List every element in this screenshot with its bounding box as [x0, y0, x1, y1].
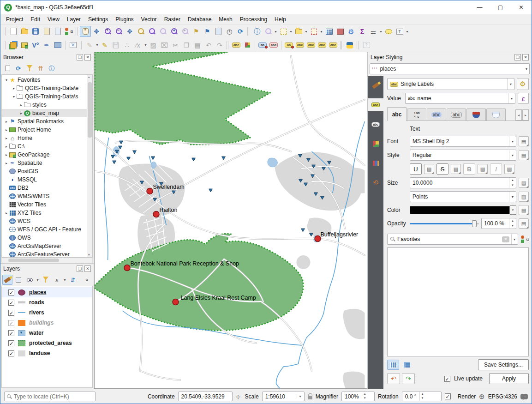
add-record-button[interactable]: ∴ [121, 40, 132, 51]
manage-map-themes-button[interactable] [24, 275, 35, 285]
style-override-button[interactable]: ▤ [519, 150, 529, 160]
live-update-checkbox[interactable] [444, 376, 450, 382]
new-temporary-layer-button[interactable] [52, 40, 63, 51]
menu-view[interactable]: View [44, 15, 63, 24]
collapse-all-button[interactable]: ⇈ [36, 63, 46, 73]
font-color-swatch[interactable] [410, 206, 510, 214]
browser-item-arcgis-map-server[interactable]: ArcGisMapServer [2, 242, 87, 250]
toggle-editing-button[interactable]: ✎ [99, 40, 110, 51]
rotation-spinner[interactable]: 0.0 °▲▼ [402, 392, 442, 401]
browser-item-vector-tiles[interactable]: Vector Tiles [2, 200, 87, 209]
layers-float-button[interactable]: ❏ [77, 265, 83, 272]
tab-text[interactable]: abc [387, 107, 406, 121]
select-features-button[interactable] [278, 26, 289, 37]
expander-icon[interactable]: ▸ [4, 136, 9, 140]
coordinate-field[interactable]: 20.5409,-33.9529 [178, 392, 233, 401]
open-layer-styling-button[interactable] [2, 275, 12, 285]
strikeout-button[interactable]: S [436, 163, 448, 175]
show-unplaced-labels-button[interactable]: abc [294, 40, 305, 51]
browser-item-geopackage[interactable]: ▸ GeoPackage [2, 151, 87, 159]
strikeout-override-button[interactable]: ▤ [451, 164, 461, 174]
browser-close-button[interactable]: ✕ [84, 54, 91, 60]
opacity-slider[interactable] [410, 219, 479, 228]
underline-override-button[interactable]: ▤ [424, 164, 434, 174]
locator-box[interactable] [4, 392, 96, 401]
expander-icon[interactable]: ▸ [4, 161, 9, 165]
messages-icon[interactable]: … [520, 394, 528, 399]
layer-item-places[interactable]: places [2, 287, 92, 297]
size-override-button[interactable]: ▤ [519, 178, 529, 188]
tab-history[interactable] [368, 176, 383, 189]
layer-item-water[interactable]: water [2, 328, 92, 338]
highlight-pinned-labels-button[interactable]: abc [268, 40, 279, 51]
add-group-button[interactable] [13, 275, 24, 285]
layer-checkbox[interactable] [8, 320, 14, 326]
menu-edit[interactable]: Edit [27, 15, 44, 24]
new-spatialite-button[interactable]: ✒ [41, 40, 52, 51]
styling-undo-button[interactable]: ↶ [387, 373, 400, 384]
menu-mesh[interactable]: Mesh [215, 15, 236, 24]
select-by-value-button[interactable] [293, 26, 304, 37]
tab-formatting[interactable]: +ab < c [407, 109, 426, 121]
menu-vector[interactable]: Vector [137, 15, 161, 24]
vertex-tool-button[interactable]: ⁄x [132, 40, 143, 51]
map-tips-button[interactable] [383, 26, 394, 37]
layer-checkbox[interactable] [8, 340, 14, 346]
new-project-button[interactable] [8, 26, 19, 37]
locator-input[interactable] [14, 393, 93, 400]
new-layout-button[interactable] [41, 26, 52, 37]
expander-icon[interactable]: ▾ [4, 78, 9, 82]
processing-toolbox-button[interactable]: ⚙ [346, 26, 357, 37]
menu-project[interactable]: Project [2, 15, 27, 24]
tab-symbology[interactable] [368, 79, 383, 92]
label-type-select[interactable]: abc Single Labels ▾ [387, 78, 514, 90]
browser-float-button[interactable]: ❏ [77, 54, 83, 60]
maximize-button[interactable]: ▢ [490, 0, 511, 14]
browser-item-c-drive[interactable]: ▸ C:\ [2, 142, 87, 151]
layer-item-buildings[interactable]: buildings [2, 318, 92, 328]
color-override-button[interactable]: ▤ [519, 205, 529, 215]
expander-icon[interactable]: ▸ [4, 211, 9, 215]
styling-float-button[interactable]: ❏ [514, 54, 521, 60]
browser-item-ows[interactable]: OWS [2, 234, 87, 242]
layer-checkbox[interactable] [8, 289, 14, 295]
copy-features-button[interactable]: ❐ [181, 40, 192, 51]
layer-diagram-button[interactable] [242, 40, 253, 51]
scrollbar-thumb[interactable] [88, 82, 92, 138]
browser-item-wfs[interactable]: WFS / OGC API - Feature [2, 225, 87, 234]
expander-icon[interactable]: ▸ [18, 103, 24, 107]
tab-mask[interactable]: abc [447, 109, 466, 121]
statistics-button[interactable]: Σ [357, 26, 368, 37]
layers-close-button[interactable]: ✕ [84, 265, 91, 272]
layer-item-protected-areas[interactable]: protected_areas [2, 338, 92, 348]
help-button[interactable]: ? [361, 40, 372, 51]
opacity-spinner[interactable]: 100.0 % ▲▼ [481, 218, 516, 229]
cut-features-button[interactable]: ✂ [170, 40, 181, 51]
new-virtual-layer-button[interactable]: V [67, 40, 78, 51]
browser-item-training-data-s[interactable]: ▾ QGIS-Training-Data\s [2, 92, 87, 101]
expander-icon[interactable]: ▸ [11, 86, 17, 90]
style-search-box[interactable]: ✕ ▾ [387, 234, 518, 245]
layer-item-roads[interactable]: roads [2, 297, 92, 308]
refresh-button[interactable]: ⟳ [235, 26, 246, 37]
underline-button[interactable]: U [410, 163, 422, 175]
rotate-label-button[interactable]: abc [317, 40, 328, 51]
magnifier-spinner[interactable]: 100%▲▼ [341, 392, 375, 401]
text-annotation-button[interactable]: T [394, 26, 405, 37]
expander-icon[interactable]: ▸ [4, 153, 9, 157]
new-geopackage-button[interactable] [19, 40, 30, 51]
minimize-button[interactable]: — [469, 0, 490, 14]
tab-background[interactable] [466, 109, 486, 121]
zoom-native-button[interactable] [157, 26, 168, 37]
menu-help[interactable]: Help [271, 15, 290, 24]
undo-button[interactable]: ↶ [203, 40, 214, 51]
field-calculator-button[interactable] [335, 26, 346, 37]
browser-horizontal-scrollbar[interactable] [1, 258, 93, 263]
close-button[interactable]: ✕ [511, 0, 532, 14]
modify-attributes-button[interactable]: ▨ [148, 40, 159, 51]
browser-item-wms-wmts[interactable]: WMS/WMTS [2, 192, 87, 200]
browser-item-db2[interactable]: DB2 [2, 184, 87, 192]
browser-item-basic-map[interactable]: ▸ basic_map [2, 109, 87, 117]
layer-checkbox[interactable] [8, 310, 14, 316]
tab-labels[interactable]: abc [368, 98, 383, 111]
